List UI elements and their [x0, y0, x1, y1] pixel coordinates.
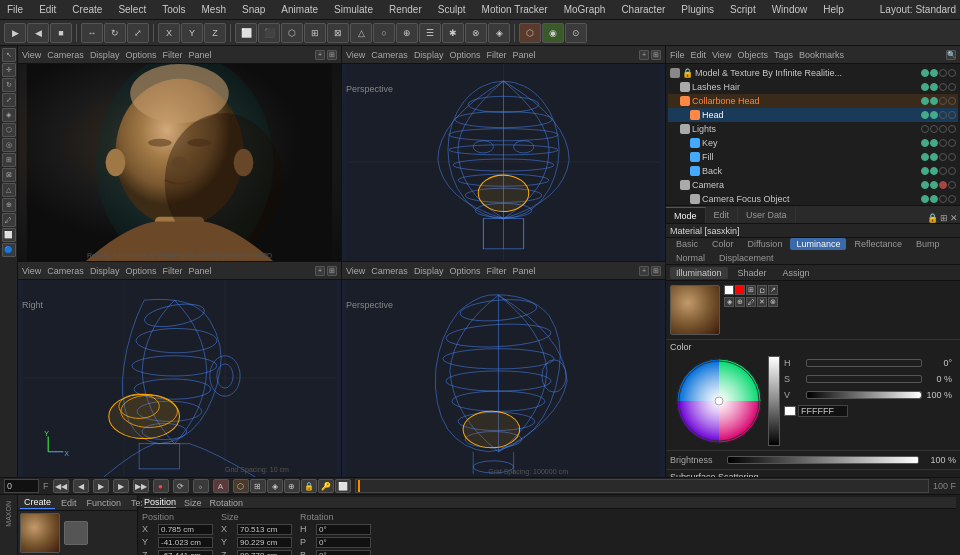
mat-tab-mode[interactable]: Mode: [666, 207, 706, 223]
menu-simulate[interactable]: Simulate: [331, 4, 376, 15]
material-thumbnail[interactable]: [670, 285, 720, 335]
vp3-corner-btn1[interactable]: +: [315, 266, 325, 276]
vp4-corner-btn1[interactable]: +: [639, 266, 649, 276]
menu-window[interactable]: Window: [769, 4, 811, 15]
vp1-nav-panel[interactable]: Panel: [188, 50, 211, 60]
vp3-nav-display[interactable]: Display: [90, 266, 120, 276]
tl-icon-1[interactable]: ⬡: [233, 479, 249, 493]
mat-tool-btn1[interactable]: ⊞: [746, 285, 756, 295]
viewport-side[interactable]: View Cameras Display Options Filter Pane…: [18, 262, 341, 477]
obj-item-camfocus[interactable]: Camera Focus Object: [668, 192, 958, 206]
tool-5[interactable]: ◈: [2, 108, 16, 122]
timeline-prev-btn[interactable]: ◀: [73, 479, 89, 493]
color-swatch-white[interactable]: [724, 285, 734, 295]
mat-subtab-displacement[interactable]: Displacement: [713, 252, 780, 264]
mat-icon-3[interactable]: ✕: [950, 213, 958, 223]
obj-item-key[interactable]: Key: [668, 136, 958, 150]
tl-icon-6[interactable]: 🔑: [318, 479, 334, 493]
viewport-persp[interactable]: View Cameras Display Options Filter Pane…: [342, 262, 665, 477]
vp4-nav-options[interactable]: Options: [449, 266, 480, 276]
menu-edit[interactable]: Edit: [36, 4, 59, 15]
mat-subtab-bump[interactable]: Bump: [910, 238, 946, 250]
timeline-start-field[interactable]: [4, 479, 39, 493]
vp2-nav-display[interactable]: Display: [414, 50, 444, 60]
tool-select[interactable]: ↖: [2, 48, 16, 62]
obj-item-head[interactable]: Head: [668, 108, 958, 122]
anim-tab-edit[interactable]: Edit: [57, 497, 81, 509]
size-y-input[interactable]: [237, 537, 292, 548]
tool-12[interactable]: 🖊: [2, 213, 16, 227]
vp2-content[interactable]: Perspective: [342, 64, 665, 261]
timeline-play-btn[interactable]: ▶: [93, 479, 109, 493]
rot-p-input[interactable]: [316, 537, 371, 548]
hex-swatch[interactable]: [784, 406, 796, 416]
mat-subtab-diffusion[interactable]: Diffusion: [742, 238, 789, 250]
val-slider[interactable]: [806, 391, 922, 399]
toolbar-move[interactable]: ↔: [81, 23, 103, 43]
pos-x-input[interactable]: [158, 524, 213, 535]
vp1-nav-options[interactable]: Options: [125, 50, 156, 60]
vp3-nav-panel[interactable]: Panel: [188, 266, 211, 276]
timeline-auto-btn[interactable]: A: [213, 479, 229, 493]
vp2-nav-cameras[interactable]: Cameras: [371, 50, 408, 60]
tool-9[interactable]: ⊠: [2, 168, 16, 182]
tool-scale[interactable]: ⤢: [2, 93, 16, 107]
tool-13[interactable]: ⬜: [2, 228, 16, 242]
menu-animate[interactable]: Animate: [278, 4, 321, 15]
toolbar-btn-11[interactable]: ⊠: [327, 23, 349, 43]
sat-slider[interactable]: [806, 375, 922, 383]
toolbar-render3-btn[interactable]: ⊙: [565, 23, 587, 43]
toolbar-rotate[interactable]: ↻: [104, 23, 126, 43]
mat-subtab-reflectance[interactable]: Reflectance: [848, 238, 908, 250]
vp2-nav-filter[interactable]: Filter: [486, 50, 506, 60]
menu-create[interactable]: Create: [69, 4, 105, 15]
rot-b-input[interactable]: [316, 550, 371, 556]
menu-render[interactable]: Render: [386, 4, 425, 15]
timeline-next-btn[interactable]: ▶: [113, 479, 129, 493]
timeline-back-btn[interactable]: ◀◀: [53, 479, 69, 493]
toolbar-btn-9[interactable]: ⬡: [281, 23, 303, 43]
timeline-loop-btn[interactable]: ⟳: [173, 479, 189, 493]
coords-tab-size[interactable]: Size: [184, 498, 202, 508]
vp1-content[interactable]: Royalty Free model & textures provided b…: [18, 64, 341, 261]
tool-8[interactable]: ⊞: [2, 153, 16, 167]
tl-icon-2[interactable]: ⊞: [250, 479, 266, 493]
om-search-icon[interactable]: 🔍: [946, 50, 956, 60]
mat-icon-2[interactable]: ⊞: [940, 213, 948, 223]
vp1-nav-view[interactable]: View: [22, 50, 41, 60]
obj-item-lasheshair[interactable]: Lashes Hair: [668, 80, 958, 94]
menu-file[interactable]: File: [4, 4, 26, 15]
toolbar-btn-8[interactable]: ⬛: [258, 23, 280, 43]
toolbar-btn-14[interactable]: ⊕: [396, 23, 418, 43]
mat-tool-btn3[interactable]: ↗: [768, 285, 778, 295]
vp2-corner-btn2[interactable]: ⊞: [651, 50, 661, 60]
obj-item-back[interactable]: Back: [668, 164, 958, 178]
coords-tab-position[interactable]: Position: [144, 497, 176, 508]
vp3-nav-filter[interactable]: Filter: [162, 266, 182, 276]
toolbar-btn-12[interactable]: △: [350, 23, 372, 43]
vp4-nav-display[interactable]: Display: [414, 266, 444, 276]
mat-sub-assign[interactable]: Assign: [777, 267, 816, 279]
viewport-front[interactable]: View Cameras Display Options Filter Pane…: [342, 46, 665, 261]
vp3-nav-cameras[interactable]: Cameras: [47, 266, 84, 276]
mat-tool-btn8[interactable]: ⊗: [768, 297, 778, 307]
toolbar-btn-13[interactable]: ○: [373, 23, 395, 43]
vp1-nav-display[interactable]: Display: [90, 50, 120, 60]
om-bookmarks[interactable]: Bookmarks: [799, 50, 844, 60]
hue-slider[interactable]: [806, 359, 922, 367]
om-tags[interactable]: Tags: [774, 50, 793, 60]
pos-z-input[interactable]: [158, 550, 213, 556]
om-view[interactable]: View: [712, 50, 731, 60]
om-file[interactable]: File: [670, 50, 685, 60]
mat-tool-btn2[interactable]: 🗋: [757, 285, 767, 295]
toolbar-btn-17[interactable]: ⊗: [465, 23, 487, 43]
obj-item-fill[interactable]: Fill: [668, 150, 958, 164]
menu-sculpt[interactable]: Sculpt: [435, 4, 469, 15]
menu-motiontracker[interactable]: Motion Tracker: [479, 4, 551, 15]
vp1-nav-cameras[interactable]: Cameras: [47, 50, 84, 60]
toolbar-btn-3[interactable]: ■: [50, 23, 72, 43]
mat-sub-shader[interactable]: Shader: [732, 267, 773, 279]
brightness-bar[interactable]: [768, 356, 780, 446]
timeline-key-btn[interactable]: ⬦: [193, 479, 209, 493]
hex-input[interactable]: [798, 405, 848, 417]
